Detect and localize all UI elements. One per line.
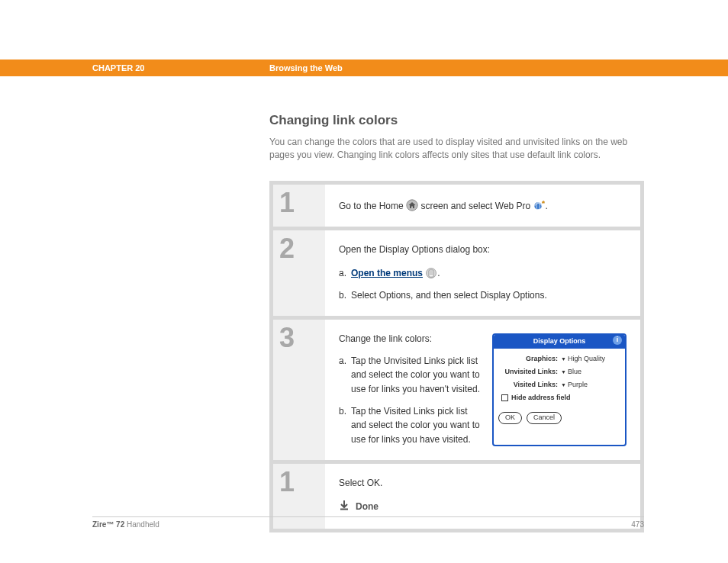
step-number: 1 — [279, 468, 295, 496]
step-text: Open the Display Options dialog box: a.O… — [339, 243, 627, 302]
unvisited-picklist[interactable]: ▼Blue — [561, 367, 581, 378]
step-lead: Change the link colors: — [339, 332, 483, 346]
sub-b-text: Tap the Visited Links pick list and sele… — [351, 406, 480, 445]
product-name: Zire™ 72 Handheld — [92, 520, 159, 529]
step-lead-c: . — [546, 201, 548, 211]
done-label: Done — [356, 500, 378, 514]
webpro-icon — [533, 199, 546, 211]
page-content: CHAPTER 20 Browsing the Web Changing lin… — [92, 53, 644, 532]
section-label: Browsing the Web — [269, 63, 343, 72]
dropdown-icon: ▼ — [561, 381, 566, 390]
done-arrow-icon — [339, 500, 350, 515]
step-body: Go to the Home screen and select Web Pro… — [325, 185, 640, 227]
step-text: Change the link colors: a.Tap the Unvisi… — [339, 332, 483, 446]
step-lead-b: screen and select Web Pro — [418, 201, 533, 211]
dialog-title: Display Options — [533, 337, 586, 345]
done-indicator: Done — [339, 500, 627, 515]
ok-button[interactable]: OK — [498, 412, 522, 424]
step-lead: Open the Display Options dialog box: — [339, 243, 627, 257]
step-body: Change the link colors: a.Tap the Unvisi… — [325, 320, 640, 460]
sub-letter: a. — [339, 266, 351, 281]
display-options-dialog: Display Options i Graphics: ▼High Qualit… — [492, 333, 627, 446]
graphics-value: High Quality — [568, 354, 605, 365]
step-row: 3 Change the link colors: a.Tap the Unvi… — [273, 320, 640, 460]
dropdown-icon: ▼ — [561, 355, 566, 364]
chapter-label: CHAPTER 20 — [92, 63, 269, 72]
title-block: Changing link colors You can change the … — [269, 113, 644, 532]
step-text: Select OK. Done — [339, 476, 627, 514]
step-lead-a: Go to the Home — [339, 201, 406, 211]
step-text: Go to the Home screen and select Web Pro… — [339, 197, 627, 214]
menu-icon — [425, 267, 437, 279]
open-menus-link[interactable]: Open the menus — [351, 268, 423, 278]
visited-picklist[interactable]: ▼Purple — [561, 380, 588, 391]
sub-letter: b. — [339, 288, 351, 303]
unvisited-value: Blue — [568, 367, 581, 378]
dialog-body: Graphics: ▼High Quality Unvisited Links:… — [494, 349, 625, 407]
step-number: 3 — [279, 324, 295, 352]
step-row: 1 Go to the Home screen and select Web P… — [273, 185, 640, 227]
substep-b: b.Select Options, and then select Displa… — [339, 288, 627, 303]
checkbox-icon[interactable] — [501, 394, 508, 401]
graphics-picklist[interactable]: ▼High Quality — [561, 354, 605, 365]
unvisited-label: Unvisited Links: — [498, 367, 558, 378]
visited-row: Visited Links: ▼Purple — [498, 380, 620, 391]
substep-a: a.Open the menus . — [339, 265, 627, 281]
sub-a-tail: . — [437, 268, 440, 278]
step-body: Open the Display Options dialog box: a.O… — [325, 230, 640, 316]
header-row: CHAPTER 20 Browsing the Web — [92, 60, 644, 76]
intro-text: You can change the colors that are used … — [269, 136, 644, 162]
substep-b: b.Tap the Visited Links pick list and se… — [339, 404, 483, 447]
step-number: 2 — [279, 235, 295, 262]
dropdown-icon: ▼ — [561, 368, 566, 377]
dialog-buttons: OK Cancel — [494, 407, 625, 429]
substep-a: a.Tap the Unvisited Links pick list and … — [339, 354, 483, 397]
sub-letter: b. — [339, 404, 351, 419]
main-title: Changing link colors — [269, 113, 644, 128]
page-number: 473 — [631, 520, 644, 529]
graphics-label: Graphics: — [498, 354, 558, 365]
footer: Zire™ 72 Handheld 473 — [92, 516, 644, 529]
step-number-cell: 2 — [273, 230, 325, 316]
step-number-cell: 1 — [273, 185, 325, 227]
step-row: 2 Open the Display Options dialog box: a… — [273, 230, 640, 316]
hide-address-label: Hide address field — [511, 393, 571, 404]
graphics-row: Graphics: ▼High Quality — [498, 354, 620, 365]
info-icon[interactable]: i — [613, 336, 622, 345]
sub-a-text: Tap the Unvisited Links pick list and se… — [351, 355, 480, 394]
step-lead: Select OK. — [339, 476, 627, 491]
visited-label: Visited Links: — [498, 380, 558, 391]
sub-letter: a. — [339, 354, 351, 368]
unvisited-row: Unvisited Links: ▼Blue — [498, 367, 620, 378]
svg-rect-4 — [429, 270, 433, 277]
step-number-cell: 3 — [273, 320, 325, 460]
cancel-button[interactable]: Cancel — [527, 412, 562, 424]
home-icon — [406, 199, 418, 211]
visited-value: Purple — [568, 380, 588, 391]
steps-container: 1 Go to the Home screen and select Web P… — [269, 181, 644, 532]
step-number: 1 — [279, 189, 295, 217]
sub-b-text: Select Options, and then select Display … — [351, 290, 547, 301]
hide-address-row[interactable]: Hide address field — [498, 393, 620, 404]
dialog-title-bar: Display Options i — [494, 335, 625, 349]
